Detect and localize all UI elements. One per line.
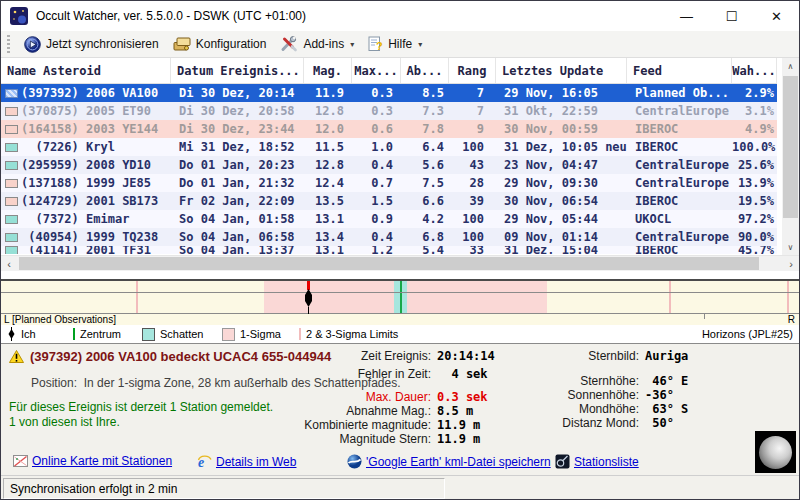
sigma-limit-line	[787, 281, 789, 314]
table-row[interactable]: (397392) 2006 VA100 Di 30 Dez, 20:14 11.…	[1, 84, 777, 102]
column-header-ab[interactable]: Ab...	[401, 58, 449, 83]
cell-wahr: 2.9%	[732, 86, 777, 100]
diagram-rule-top	[1, 292, 799, 293]
google-earth-icon	[347, 454, 362, 469]
event-type-icon	[5, 143, 18, 152]
cell-wahr: 25.6%	[732, 158, 777, 172]
scroll-up-icon[interactable]: ∧	[782, 58, 799, 74]
vertical-scrollbar[interactable]: ∧ ∨	[782, 58, 799, 255]
event-type-icon-cell	[1, 143, 21, 152]
add-ins-button[interactable]: Add-ins ▾	[273, 34, 361, 54]
cell-name: (7372) Emimar	[21, 212, 171, 226]
scroll-left-icon[interactable]: ‹	[1, 256, 17, 271]
event-type-icon	[5, 246, 18, 254]
table-row[interactable]: (137188) 1999 JE85 Do 01 Jan, 21:32 12.4…	[1, 174, 777, 192]
toolbar-grip[interactable]	[7, 35, 10, 53]
cell-rang: 9	[449, 122, 496, 136]
table-row[interactable]: (40954) 1999 TQ238 So 04 Jan, 06:58 13.4…	[1, 228, 777, 246]
cell-max: 0.7	[352, 176, 401, 190]
event-type-icon	[5, 179, 18, 188]
cell-update: 09 Nov, 01:14	[496, 230, 627, 244]
sync-now-button[interactable]: Jetzt synchronisieren	[17, 34, 166, 55]
cell-ab: 6.8	[401, 230, 449, 244]
legend-schatten-label: Schatten	[160, 328, 203, 340]
cell-datum: Fr 02 Jan, 22:09	[171, 194, 304, 208]
close-button[interactable]: ✕	[754, 1, 799, 31]
browser-e-icon: e	[197, 454, 212, 469]
field-label: Abnahme Mag.:	[247, 404, 437, 418]
cell-rang: 39	[449, 194, 496, 208]
cell-ab: 7.3	[401, 104, 449, 118]
events-table: Name Asteroid Datum Ereignis... Mag. Max…	[1, 58, 799, 271]
table-row[interactable]: (164158) 2003 YE144 Di 30 Dez, 23:44 12.…	[1, 120, 777, 138]
event-fields-right: Sternbild:Auriga Sternhöhe: 46° E Sonnen…	[471, 349, 721, 430]
configuration-label: Konfiguration	[196, 37, 267, 51]
column-header-mag[interactable]: Mag.	[304, 58, 352, 83]
cell-wahr: 19.5%	[732, 194, 777, 208]
cell-datum: So 04 Jan, 01:58	[171, 212, 304, 226]
cell-max: 1.2	[352, 246, 401, 254]
sigma-limit-line	[669, 281, 671, 314]
cell-datum: Mi 31 Dez, 18:52	[171, 140, 304, 154]
column-header-feed[interactable]: Feed	[627, 58, 732, 83]
column-header-max[interactable]: Max...	[352, 58, 401, 83]
configuration-button[interactable]: Konfiguration	[166, 34, 274, 54]
table-row[interactable]: (41141) 2001 TF31 So 04 Jan, 13:37 13.1 …	[1, 246, 777, 254]
online-map-link[interactable]: Online Karte mit Stationen	[13, 454, 172, 468]
cell-datum: Do 01 Jan, 21:32	[171, 176, 304, 190]
table-row[interactable]: (295959) 2008 YD10 Do 01 Jan, 20:23 12.8…	[1, 156, 777, 174]
table-row[interactable]: (7226) Kryl Mi 31 Dez, 18:52 11.5 1.0 6.…	[1, 138, 777, 156]
column-header-datum[interactable]: Datum Ereignis...	[171, 58, 304, 83]
cell-feed: Planned Ob...	[627, 86, 732, 100]
minimize-button[interactable]: —	[664, 1, 709, 31]
cell-update: 30 Nov, 06:54	[496, 194, 627, 208]
moon-disc	[759, 436, 792, 469]
table-row[interactable]: (7372) Emimar So 04 Jan, 01:58 13.1 0.9 …	[1, 210, 777, 228]
scroll-right-icon[interactable]: ›	[783, 256, 799, 271]
column-header-rang[interactable]: Rang	[449, 58, 496, 83]
event-type-icon	[5, 89, 18, 98]
horizontal-scrollbar[interactable]: ‹ ›	[1, 255, 799, 271]
cell-ab: 4.2	[401, 212, 449, 226]
legend-sigma23-label: 2 & 3-Sigma Limits	[306, 328, 398, 340]
table-row[interactable]: (124729) 2001 SB173 Fr 02 Jan, 22:09 13.…	[1, 192, 777, 210]
column-header-wahr[interactable]: Wah...	[732, 58, 777, 83]
station-list-link[interactable]: Stationsliste	[555, 454, 639, 469]
column-header-update[interactable]: Letztes Update	[496, 58, 627, 83]
event-type-icon-cell	[1, 215, 21, 224]
vertical-scrollbar-thumb[interactable]	[783, 76, 798, 218]
help-button[interactable]: ? Hilfe ▾	[361, 34, 429, 54]
sigma-limit-line	[136, 281, 138, 314]
cell-max: 0.3	[352, 104, 401, 118]
cell-datum: Di 30 Dez, 20:58	[171, 104, 304, 118]
cell-name: (397392) 2006 VA100	[21, 86, 171, 100]
event-type-icon	[5, 197, 18, 206]
scroll-down-icon[interactable]: ∨	[782, 239, 799, 255]
cell-wahr: 90.0%	[732, 230, 777, 244]
google-earth-kml-link[interactable]: 'Google Earth' kml-Datei speichern	[347, 454, 551, 469]
add-ins-label: Add-ins	[303, 37, 344, 51]
add-ins-dropdown-arrow: ▾	[350, 40, 354, 49]
cell-rang: 7	[449, 104, 496, 118]
field-label: Zeit Ereignis:	[247, 349, 437, 363]
field-value: 46° E	[645, 374, 688, 388]
legend-zentrum-label: Zentrum	[80, 328, 121, 340]
event-type-icon	[5, 233, 18, 242]
event-type-icon-cell	[1, 179, 21, 188]
table-row[interactable]: (370875) 2005 ET90 Di 30 Dez, 20:58 12.8…	[1, 102, 777, 120]
cell-datum: Do 01 Jan, 20:23	[171, 158, 304, 172]
event-type-icon-cell	[1, 197, 21, 206]
cell-name: (164158) 2003 YE144	[21, 122, 171, 136]
cell-ab: 6.4	[401, 140, 449, 154]
sync-play-icon	[24, 36, 41, 53]
maximize-button[interactable]: ☐	[709, 1, 754, 31]
web-details-link[interactable]: e Details im Web	[197, 454, 296, 469]
horizontal-scrollbar-thumb[interactable]	[19, 257, 759, 270]
cell-feed: CentralEurope	[627, 230, 732, 244]
cell-max: 0.4	[352, 230, 401, 244]
cell-update: 31 Dez, 10:05 neu	[496, 140, 627, 154]
legend-sigma1-label: 1-Sigma	[240, 328, 281, 340]
column-header-name[interactable]: Name Asteroid	[1, 58, 171, 83]
cell-rang: 100	[449, 230, 496, 244]
cell-wahr: 13.9%	[732, 176, 777, 190]
